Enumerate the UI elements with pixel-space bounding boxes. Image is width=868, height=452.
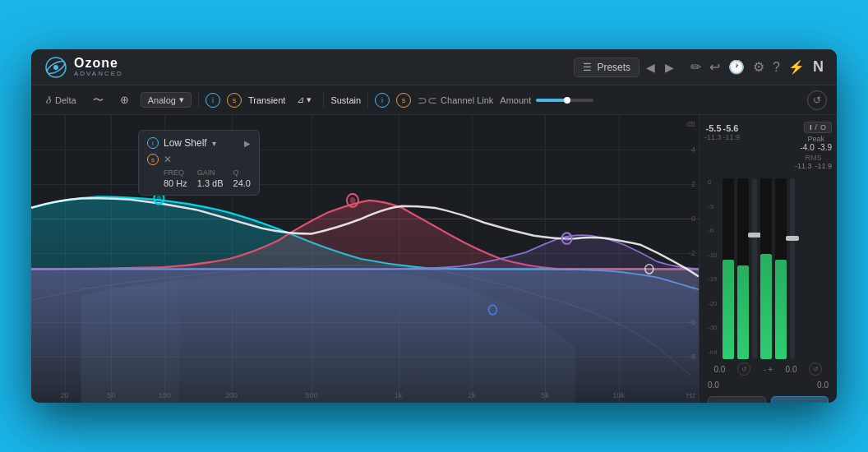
band-i-button[interactable]: i (147, 137, 159, 149)
meter-bars-container: 0 -3 -6 -10 -15 -20 -30 -Inf (704, 175, 832, 356)
transient-s-button[interactable]: s (227, 93, 242, 108)
left-fader[interactable] (752, 178, 757, 359)
mode-icon: ⊿ (297, 95, 304, 105)
delta-button[interactable]: 𝛿 Delta (41, 92, 81, 108)
amount-slider[interactable] (536, 99, 593, 102)
right-fader[interactable] (790, 178, 795, 359)
eq-curve-svg (31, 115, 699, 403)
scale-neginf: -Inf (708, 348, 718, 356)
gain-plus-button[interactable]: + (768, 364, 773, 374)
svg-point-8 (565, 236, 570, 242)
undo-icon[interactable]: ↩ (709, 59, 720, 75)
reset-button[interactable]: ↺ (807, 90, 827, 110)
band-close-button[interactable]: ✕ (164, 154, 172, 165)
header-left-rms: -11.3 (704, 133, 722, 141)
gain-match-button[interactable]: Gain Match (771, 396, 829, 403)
amount-control: Amount (500, 95, 593, 105)
main-content: dB 4 2 0 -2 -4 -6 -8 (31, 115, 837, 403)
meter-scale: 0 -3 -6 -10 -15 -20 -30 -Inf (706, 178, 719, 356)
io-slash-label: / (815, 123, 817, 131)
header-right-rms: -11.9 (723, 133, 741, 141)
tooltip-expand-icon[interactable]: ▶ (244, 139, 251, 148)
right-input-meter (737, 178, 749, 359)
bottom-val-4: 0.0 (817, 381, 829, 390)
rms-label: RMS (805, 154, 821, 162)
help-icon[interactable]: ? (773, 60, 780, 75)
q-param: Q 24.0 (233, 168, 251, 188)
header-right-peak: -5.6 (723, 123, 739, 133)
plugin-window: Ozone ADVANCED ☰ Presets ◀ ▶ ✏ ↩ 🕐 ⚙ ? ⚡… (31, 49, 837, 403)
scale-neg3: -3 (708, 203, 718, 210)
meter-bottom-row: 0.0 ↺ - + 0.0 ↺ (704, 359, 832, 376)
freq-param-value[interactable]: 80 Hz (164, 178, 187, 188)
io-o-label: O (820, 123, 826, 131)
history-icon[interactable]: 🕐 (728, 59, 745, 75)
presets-button[interactable]: ☰ Presets (574, 58, 639, 77)
peak-label: Peak (808, 135, 825, 143)
title-actions: ✏ ↩ 🕐 ⚙ ? ⚡ N (690, 58, 824, 76)
freq-param-label: Freq (164, 168, 187, 177)
mode-dropdown-arrow: ▾ (307, 95, 312, 105)
gain-minus-button[interactable]: - (763, 364, 766, 374)
meter-header: -5.5 -5.6 -11.3 -11.9 I / O (704, 122, 832, 170)
channel-link-button[interactable]: ⊃⊂ Channel Link (418, 94, 493, 107)
amount-slider-thumb[interactable] (564, 97, 570, 104)
sustain-s-button[interactable]: s (396, 93, 411, 108)
separator-2 (323, 92, 324, 108)
waveform-button[interactable]: 〜 (88, 91, 108, 109)
delta-icon: 𝛿 (46, 94, 52, 107)
mode-dropdown[interactable]: ⊿ ▾ (292, 93, 316, 107)
scale-neg10: -10 (708, 251, 718, 259)
link-icon[interactable]: ⚡ (788, 59, 805, 75)
ozone-logo-icon (44, 56, 67, 79)
gain-param-label: Gain (197, 168, 224, 177)
app-title: Ozone (74, 57, 123, 70)
bottom-val-3: 0.0 (708, 381, 719, 390)
io-i-label: I (810, 123, 812, 131)
bottom-extra-row: 0.0 0.0 (704, 379, 832, 390)
left-reset-button[interactable]: ↺ (737, 362, 750, 376)
svg-point-2 (53, 65, 58, 70)
tooltip-header: i Low Shelf ▾ ▶ (147, 137, 251, 149)
prev-preset-button[interactable]: ◀ (643, 59, 658, 76)
separator-3 (367, 92, 368, 108)
right-input-fill (737, 265, 749, 359)
io-toggle-button[interactable]: I / O (804, 122, 832, 133)
band-s-button[interactable]: s (147, 154, 159, 165)
transient-i-button[interactable]: i (205, 93, 220, 108)
globe-icon: ⊕ (120, 94, 129, 106)
sustain-i-button[interactable]: i (375, 93, 390, 108)
left-input-fill (723, 260, 734, 359)
band-tooltip: i Low Shelf ▾ ▶ s ✕ Freq 80 Hz (138, 130, 260, 196)
presets-icon: ☰ (583, 62, 592, 73)
bypass-button[interactable]: Bypass (708, 396, 766, 403)
tooltip-title-row: i Low Shelf ▾ (147, 137, 216, 149)
settings-icon[interactable]: ⚙ (753, 59, 764, 75)
peak-right-val: -3.9 (818, 143, 832, 152)
right-reset-button[interactable]: ↺ (809, 362, 822, 376)
n-logo-icon: N (813, 58, 824, 76)
pencil-icon[interactable]: ✏ (690, 59, 701, 75)
analog-dropdown[interactable]: Analog ▾ (141, 92, 192, 108)
band-type-dropdown[interactable]: ▾ (212, 139, 216, 148)
gain-controls: - + (763, 364, 773, 374)
title-bar: Ozone ADVANCED ☰ Presets ◀ ▶ ✏ ↩ 🕐 ⚙ ? ⚡… (31, 49, 837, 85)
q-param-label: Q (233, 168, 251, 177)
meter-panel: -5.5 -5.6 -11.3 -11.9 I / O (699, 115, 837, 403)
meter-actions: Bypass Gain Match (704, 393, 832, 403)
left-fader-thumb[interactable] (748, 233, 761, 238)
svg-point-4 (156, 196, 161, 201)
right-fader-thumb[interactable] (786, 236, 799, 241)
tooltip-params: Freq 80 Hz Gain 1.3 dB Q 24.0 (147, 168, 251, 188)
globe-button[interactable]: ⊕ (115, 92, 134, 108)
freq-param: Freq 80 Hz (164, 168, 187, 188)
sustain-label: Sustain (330, 95, 361, 105)
presets-label: Presets (597, 62, 630, 73)
peak-left-val: -4.0 (801, 143, 815, 152)
next-preset-button[interactable]: ▶ (662, 59, 677, 76)
tooltip-row2: s ✕ (147, 154, 251, 165)
analog-label: Analog (148, 95, 176, 105)
left-output-fill (760, 254, 772, 359)
gain-param-value[interactable]: 1.3 dB (197, 178, 224, 188)
q-param-value[interactable]: 24.0 (233, 178, 251, 188)
